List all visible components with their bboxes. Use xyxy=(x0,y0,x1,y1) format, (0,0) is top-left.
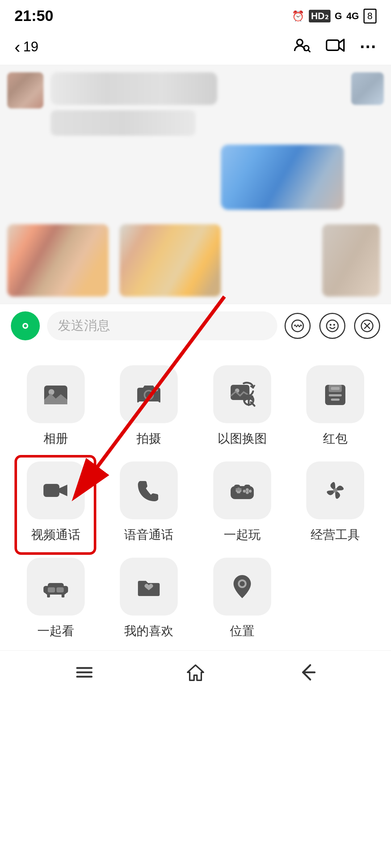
back-chevron-icon: ‹ xyxy=(14,37,20,57)
action-image-search[interactable]: 以图换图 xyxy=(197,362,287,451)
unread-count: 19 xyxy=(23,39,38,55)
emoji-button[interactable] xyxy=(319,313,345,339)
action-grid-container: 相册 拍摄 xyxy=(0,347,391,650)
battery-level-icon: 8 xyxy=(363,9,377,24)
games-label: 一起玩 xyxy=(224,527,261,543)
voice-call-icon-box xyxy=(120,461,178,519)
action-favorites[interactable]: 我的喜欢 xyxy=(104,554,194,643)
svg-point-33 xyxy=(246,488,249,491)
svg-rect-38 xyxy=(244,485,250,488)
favorites-label: 我的喜欢 xyxy=(124,623,173,639)
svg-rect-45 xyxy=(56,587,64,592)
search-icon[interactable] xyxy=(292,36,311,58)
action-album[interactable]: 相册 xyxy=(11,362,101,451)
status-icons: ⏰ HD₂ G 4G 8 xyxy=(292,9,377,24)
tools-label: 经营工具 xyxy=(311,527,360,543)
back-button[interactable]: ‹ 19 xyxy=(14,37,38,57)
watch-together-label: 一起看 xyxy=(37,623,74,639)
video-call-icon-box xyxy=(27,461,85,519)
svg-rect-42 xyxy=(43,586,49,593)
status-bar: 21:50 ⏰ HD₂ G 4G 8 xyxy=(0,0,391,29)
action-video-call[interactable]: 视频通话 xyxy=(11,458,101,547)
video-call-icon[interactable] xyxy=(325,35,345,59)
svg-rect-27 xyxy=(43,484,59,497)
home-button[interactable] xyxy=(177,654,214,690)
svg-point-8 xyxy=(327,320,338,332)
status-time: 21:50 xyxy=(14,7,53,25)
svg-point-9 xyxy=(330,324,332,326)
back-button-bottom[interactable] xyxy=(289,654,325,690)
svg-rect-26 xyxy=(331,399,340,401)
games-icon-box xyxy=(213,461,271,519)
location-icon-box xyxy=(213,558,271,616)
input-action-icons xyxy=(285,313,380,339)
action-camera[interactable]: 拍摄 xyxy=(104,362,194,451)
camera-label: 拍摄 xyxy=(136,430,161,447)
battery-icon: ⏰ xyxy=(292,10,304,22)
nav-bar: ‹ 19 ··· xyxy=(0,29,391,65)
svg-rect-46 xyxy=(47,594,50,597)
action-watch-together[interactable]: 一起看 xyxy=(11,554,101,643)
action-voice-call[interactable]: 语音通话 xyxy=(104,458,194,547)
message-input[interactable]: 发送消息 xyxy=(47,311,277,340)
input-bar: 发送消息 xyxy=(0,304,391,347)
close-button[interactable] xyxy=(354,313,380,339)
album-label: 相册 xyxy=(43,430,68,447)
action-grid: 相册 拍摄 xyxy=(11,362,380,643)
tools-icon-box xyxy=(306,461,364,519)
video-call-label: 视频通话 xyxy=(31,527,80,543)
action-location[interactable]: 位置 xyxy=(197,554,287,643)
svg-point-15 xyxy=(49,389,54,395)
chat-area xyxy=(0,65,391,304)
signal-g-icon: G xyxy=(335,10,342,22)
svg-point-18 xyxy=(155,388,158,391)
svg-point-17 xyxy=(145,391,152,399)
action-games[interactable]: 一起玩 xyxy=(197,458,287,547)
menu-button[interactable] xyxy=(66,654,102,690)
svg-point-39 xyxy=(333,488,337,493)
more-icon[interactable]: ··· xyxy=(360,37,377,57)
input-placeholder: 发送消息 xyxy=(58,317,110,335)
svg-rect-24 xyxy=(331,387,340,390)
svg-rect-28 xyxy=(231,486,254,499)
svg-rect-43 xyxy=(63,586,68,593)
svg-point-34 xyxy=(249,490,252,493)
svg-point-6 xyxy=(24,324,27,327)
svg-point-35 xyxy=(246,491,249,494)
svg-rect-25 xyxy=(329,394,342,396)
svg-point-0 xyxy=(297,39,303,45)
svg-rect-3 xyxy=(327,40,339,50)
image-search-icon-box xyxy=(213,365,271,423)
red-packet-icon-box xyxy=(306,365,364,423)
svg-point-36 xyxy=(243,490,246,493)
action-tools[interactable]: 经营工具 xyxy=(291,458,381,547)
action-red-packet[interactable]: 红包 xyxy=(291,362,381,451)
svg-rect-32 xyxy=(237,488,240,491)
soundwave-button[interactable] xyxy=(285,313,311,339)
bottom-nav xyxy=(0,650,391,694)
favorites-icon-box xyxy=(120,558,178,616)
watch-together-icon-box xyxy=(27,558,85,616)
red-packet-label: 红包 xyxy=(323,430,348,447)
svg-point-49 xyxy=(240,581,245,586)
svg-line-2 xyxy=(308,50,310,52)
image-search-label: 以图换图 xyxy=(218,430,267,447)
camera-icon-box xyxy=(120,365,178,423)
nav-actions: ··· xyxy=(292,35,377,59)
location-label: 位置 xyxy=(230,623,255,639)
svg-rect-47 xyxy=(62,594,64,597)
voice-call-label: 语音通话 xyxy=(124,527,173,543)
svg-rect-44 xyxy=(48,587,55,592)
svg-rect-37 xyxy=(234,485,240,488)
hd-icon: HD₂ xyxy=(309,10,331,22)
album-icon-box xyxy=(27,365,85,423)
svg-point-10 xyxy=(333,324,335,326)
signal-4g-icon: 4G xyxy=(346,10,359,22)
voice-record-button[interactable] xyxy=(11,311,40,340)
